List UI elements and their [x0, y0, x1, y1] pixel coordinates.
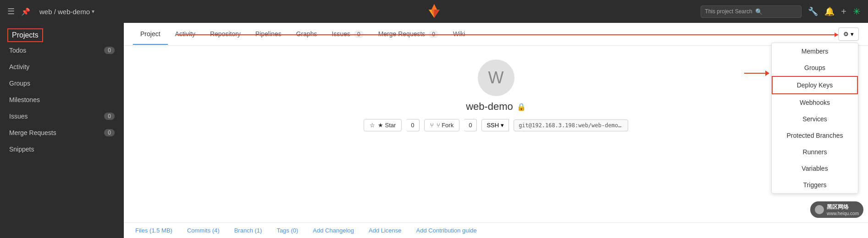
navbar: ☰ 📌 web / web-demo ▾ This project Search… — [0, 0, 868, 23]
chevron-down-icon[interactable]: ▾ — [92, 8, 94, 15]
tab-repository[interactable]: Repository — [203, 24, 248, 45]
dropdown-item-triggers[interactable]: Triggers — [772, 177, 858, 193]
project-main: W web-demo 🔒 ☆ ★ Star 0 ⑂ ⑂ Fork 0 SSH — [124, 46, 868, 222]
navbar-left: ☰ 📌 — [7, 6, 30, 16]
dropdown-item-members[interactable]: Members — [772, 43, 858, 60]
file-tab-add-contribution[interactable]: Add Contribution guide — [409, 223, 484, 238]
file-tab-add-license[interactable]: Add License — [362, 223, 409, 238]
file-tab-add-changelog[interactable]: Add Changelog — [306, 223, 361, 238]
tab-issues[interactable]: Issues 0 — [325, 24, 371, 45]
main-layout: Projects Todos 0 Activity Groups Milesto… — [0, 23, 868, 238]
sidebar-title: Projects — [7, 28, 43, 42]
watermark: 黑区网络 www.heiqu.com — [810, 201, 863, 218]
breadcrumb-text: web / web-demo — [39, 8, 90, 16]
tab-activity[interactable]: Activity — [168, 24, 203, 45]
chevron-down-icon: ▾ — [501, 122, 504, 129]
tab-pipelines[interactable]: Pipelines — [248, 24, 289, 45]
dropdown-item-webhooks[interactable]: Webhooks — [772, 94, 858, 111]
content-area: Project Activity Repository Pipelines Gr… — [124, 23, 868, 238]
file-tab-commits[interactable]: Commits (4) — [180, 223, 227, 238]
tab-merge-requests[interactable]: Merge Requests 0 — [371, 24, 446, 45]
sidebar-item-snippets[interactable]: Snippets — [0, 141, 124, 157]
hamburger-icon[interactable]: ☰ — [7, 6, 15, 16]
bell-icon[interactable]: 🔔 — [824, 6, 835, 16]
file-tabs-bar: Files (1.5 MB) Commits (4) Branch (1) Ta… — [124, 222, 868, 238]
search-label: This project Search — [705, 8, 752, 15]
watermark-logo — [815, 205, 824, 214]
gear-icon: ⚙ — [843, 31, 849, 38]
sidebar-item-issues[interactable]: Issues 0 — [0, 108, 124, 124]
fork-button[interactable]: ⑂ ⑂ Fork — [424, 119, 460, 131]
sidebar-item-todos[interactable]: Todos 0 — [0, 42, 124, 59]
star-button[interactable]: ☆ ★ Star — [364, 119, 402, 131]
sidebar-item-milestones[interactable]: Milestones — [0, 92, 124, 108]
tab-wiki[interactable]: Wiki — [446, 24, 472, 45]
lock-icon: 🔒 — [517, 103, 526, 111]
navbar-right: This project Search 🔍 🔧 🔔 + ✳ — [701, 5, 861, 18]
tab-project[interactable]: Project — [133, 24, 168, 45]
snowflake-icon[interactable]: ✳ — [853, 6, 861, 17]
project-avatar: W — [478, 60, 514, 96]
star-icon: ☆ — [370, 122, 375, 129]
sidebar-item-activity[interactable]: Activity — [0, 59, 124, 75]
settings-dropdown-menu: Members Groups Deploy Keys Webhooks Serv… — [771, 43, 858, 194]
dropdown-item-protected-branches[interactable]: Protected Branches — [772, 127, 858, 144]
navbar-breadcrumb: web / web-demo ▾ — [39, 8, 94, 16]
svg-marker-4 — [431, 4, 437, 10]
chevron-down-icon: ▾ — [851, 31, 854, 38]
star-count: 0 — [406, 119, 419, 131]
sidebar-item-merge-requests[interactable]: Merge Requests 0 — [0, 124, 124, 141]
gitlab-logo — [426, 3, 442, 21]
project-title: web-demo 🔒 — [466, 101, 526, 113]
ssh-button[interactable]: SSH ▾ — [481, 119, 509, 131]
dropdown-item-deploy-keys[interactable]: Deploy Keys — [772, 76, 858, 94]
dropdown-item-variables[interactable]: Variables — [772, 160, 858, 177]
fork-icon: ⑂ — [430, 122, 434, 129]
wrench-icon[interactable]: 🔧 — [808, 6, 818, 16]
sidebar: Projects Todos 0 Activity Groups Milesto… — [0, 23, 124, 238]
project-actions: ☆ ★ Star 0 ⑂ ⑂ Fork 0 SSH ▾ git@192.168.… — [364, 119, 628, 131]
file-tab-files[interactable]: Files (1.5 MB) — [128, 223, 179, 238]
dropdown-item-runners[interactable]: Runners — [772, 144, 858, 160]
tab-graphs[interactable]: Graphs — [289, 24, 325, 45]
settings-dropdown-button[interactable]: ⚙ ▾ Members Groups Deploy Keys Webhooks — [838, 27, 859, 41]
dropdown-item-groups[interactable]: Groups — [772, 60, 858, 76]
git-url[interactable]: git@192.168.3.198:web/web-demo.gi — [514, 119, 628, 131]
file-tab-tags[interactable]: Tags (0) — [270, 223, 305, 238]
file-tab-branch[interactable]: Branch (1) — [227, 223, 269, 238]
search-icon: 🔍 — [755, 8, 763, 15]
tab-bar: Project Activity Repository Pipelines Gr… — [124, 23, 868, 46]
search-box[interactable]: This project Search 🔍 — [701, 5, 802, 18]
dropdown-item-services[interactable]: Services — [772, 111, 858, 127]
sidebar-item-groups[interactable]: Groups — [0, 75, 124, 92]
pin-icon[interactable]: 📌 — [21, 7, 30, 16]
plus-icon[interactable]: + — [841, 6, 846, 17]
fork-count: 0 — [464, 119, 477, 131]
